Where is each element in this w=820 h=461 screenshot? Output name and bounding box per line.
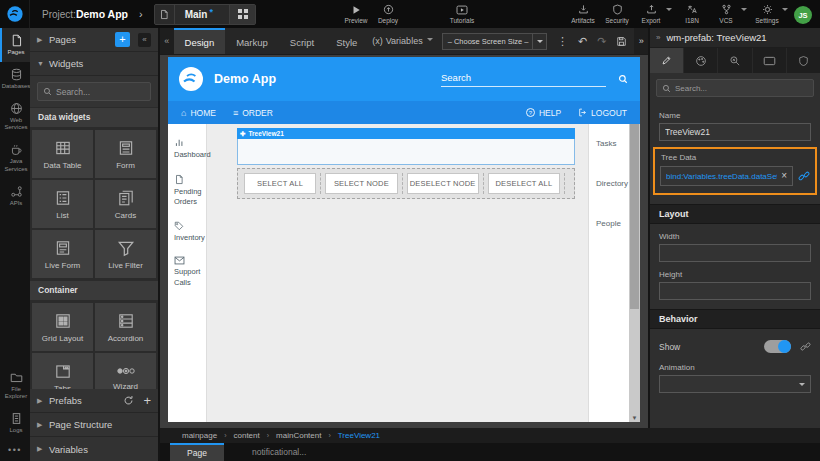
rail-more-icon[interactable]: ••• xyxy=(0,440,30,461)
artifacts-button[interactable]: Artifacts xyxy=(569,4,597,24)
breadcrumb-treeview21[interactable]: TreeView21 xyxy=(338,431,380,440)
design-canvas[interactable]: Demo App Search ⌂HOME ≡ORDER ?HELP LOGOU… xyxy=(168,57,640,422)
collapse-panel-icon[interactable]: « xyxy=(138,33,151,47)
tab-events[interactable] xyxy=(718,48,752,73)
preview-search-input[interactable]: Search xyxy=(441,72,606,87)
select-node-button[interactable]: SELECT NODE xyxy=(325,173,397,194)
menu-item-people[interactable]: People xyxy=(596,219,629,228)
widget-search-box[interactable] xyxy=(37,82,151,101)
collapse-right-panel-icon[interactable]: » xyxy=(656,33,660,42)
widget-tile-live-filter[interactable]: Live Filter xyxy=(95,230,156,278)
tab-properties[interactable] xyxy=(650,48,684,73)
widget-tile-cards[interactable]: Cards xyxy=(95,180,156,228)
animation-select[interactable] xyxy=(659,375,811,393)
widget-search-input[interactable] xyxy=(56,87,145,97)
widget-tile-grid-layout[interactable]: Grid Layout xyxy=(32,303,93,351)
select-all-button[interactable]: SELECT ALL xyxy=(244,173,316,194)
widget-tile-data-table[interactable]: Data Table xyxy=(32,130,93,178)
layout-section-header[interactable]: Layout xyxy=(650,204,820,224)
menu-item-tasks[interactable]: Tasks xyxy=(596,139,629,148)
widget-tile-wizard[interactable]: Wizard xyxy=(95,353,156,389)
settings-menu[interactable]: Settings xyxy=(753,4,788,24)
page-tab-main[interactable]: Main* xyxy=(154,4,256,25)
page-structure-section-header[interactable]: ▶ Page Structure xyxy=(30,413,158,437)
widget-tile-form[interactable]: Form xyxy=(95,130,156,178)
nav-home[interactable]: ⌂HOME xyxy=(181,108,216,118)
add-prefab-icon[interactable]: + xyxy=(143,394,151,407)
menu-item-pending-orders[interactable]: Pending Orders xyxy=(174,174,203,208)
user-avatar[interactable]: JS xyxy=(794,6,812,24)
clear-binding-icon[interactable]: × xyxy=(781,171,787,181)
deploy-button[interactable]: Deploy xyxy=(374,4,402,24)
i18n-button[interactable]: I18N xyxy=(678,4,706,24)
tab-markup[interactable]: Markup xyxy=(225,28,279,54)
nav-order[interactable]: ≡ORDER xyxy=(233,108,273,118)
rail-item-file-explorer[interactable]: File Explorer xyxy=(0,365,30,407)
tab-styles[interactable] xyxy=(684,48,718,73)
scroll-down-icon[interactable]: ▼ xyxy=(629,415,640,421)
expand-right-panel-icon[interactable]: » xyxy=(634,28,648,54)
rail-item-apis[interactable]: APIs xyxy=(0,179,30,213)
treeview-widget-selected[interactable]: ✚ TreeView21 xyxy=(237,128,575,165)
export-menu[interactable]: Export xyxy=(637,4,672,24)
rail-item-logs[interactable]: Logs xyxy=(0,406,30,440)
add-page-button[interactable]: + xyxy=(115,32,130,47)
rail-item-java-services[interactable]: Java Services xyxy=(0,137,30,179)
tree-data-bind-input[interactable]: bind:Variables.treeData.dataSet × xyxy=(660,166,793,186)
deselect-node-button[interactable]: DESELECT NODE xyxy=(407,173,479,194)
prefabs-section-header[interactable]: ▶ Prefabs + xyxy=(30,389,158,413)
show-bind-link-icon[interactable] xyxy=(800,341,811,352)
breadcrumb-maincontent[interactable]: mainContent xyxy=(276,431,321,440)
nav-logout[interactable]: LOGOUT xyxy=(578,108,627,118)
rail-item-databases[interactable]: Databases xyxy=(0,62,30,96)
refresh-icon[interactable] xyxy=(123,395,134,406)
deselect-all-button[interactable]: DESELECT ALL xyxy=(488,173,560,194)
menu-item-directory[interactable]: Directory xyxy=(596,179,629,188)
search-icon[interactable] xyxy=(618,74,628,84)
more-options-icon[interactable]: ⋮ xyxy=(552,28,573,54)
menu-item-support-calls[interactable]: Support Calls xyxy=(174,256,203,288)
widget-tile-list[interactable]: List xyxy=(32,180,93,228)
widget-tile-live-form[interactable]: Live Form xyxy=(32,230,93,278)
breadcrumb-content[interactable]: content xyxy=(233,431,259,440)
tab-security[interactable] xyxy=(787,48,820,73)
save-icon[interactable] xyxy=(611,28,632,54)
variables-dropdown[interactable]: (x) Variables xyxy=(368,28,436,54)
rail-item-web-services[interactable]: Web Services xyxy=(0,96,30,138)
height-input[interactable] xyxy=(659,282,811,300)
variables-section-header[interactable]: ▶ Variables xyxy=(30,437,158,461)
page-tab[interactable]: Page xyxy=(170,443,224,461)
redo-icon[interactable]: ↷ xyxy=(592,28,611,54)
tab-design[interactable]: Design xyxy=(174,28,226,54)
widget-tile-tabs[interactable]: Tabs xyxy=(32,353,93,389)
tab-style[interactable]: Style xyxy=(325,28,368,54)
collapse-left-panel-icon[interactable]: « xyxy=(160,28,174,54)
vcs-menu[interactable]: VCS xyxy=(712,4,747,24)
buttons-row-selection[interactable]: SELECT ALL SELECT NODE DESELECT NODE DES… xyxy=(237,168,575,199)
menu-item-dashboard[interactable]: Dashboard xyxy=(174,137,203,161)
pages-section-header[interactable]: ▶ Pages + « xyxy=(30,28,158,52)
breadcrumb-mainpage[interactable]: mainpage xyxy=(182,431,217,440)
preview-button[interactable]: Preview xyxy=(342,5,370,24)
nav-help[interactable]: ?HELP xyxy=(526,108,561,118)
rail-item-pages[interactable]: Pages xyxy=(0,28,30,62)
wavemaker-logo[interactable] xyxy=(0,0,30,28)
screen-size-select[interactable]: – Choose Screen Size – xyxy=(442,33,547,50)
name-input[interactable] xyxy=(659,123,811,141)
menu-item-inventory[interactable]: Inventory xyxy=(174,221,203,244)
widget-tile-accordion[interactable]: Accordion xyxy=(95,303,156,351)
tab-device[interactable] xyxy=(753,48,787,73)
canvas-scrollbar[interactable]: ▼ xyxy=(629,124,640,422)
undo-icon[interactable]: ↶ xyxy=(573,28,592,54)
dashboard-grid-icon[interactable] xyxy=(229,5,255,24)
tutorials-button[interactable]: Tutorials xyxy=(448,5,476,24)
properties-search-input[interactable] xyxy=(675,84,808,93)
security-button[interactable]: Security xyxy=(603,4,631,24)
scrollbar-thumb[interactable] xyxy=(630,124,639,309)
widget-selection-tag[interactable]: ✚ TreeView21 xyxy=(237,128,575,139)
tab-script[interactable]: Script xyxy=(279,28,325,54)
show-toggle[interactable] xyxy=(764,340,791,353)
behavior-section-header[interactable]: Behavior xyxy=(650,309,820,329)
properties-search-box[interactable] xyxy=(656,79,814,97)
widgets-section-header[interactable]: ▼ Widgets xyxy=(30,52,158,76)
